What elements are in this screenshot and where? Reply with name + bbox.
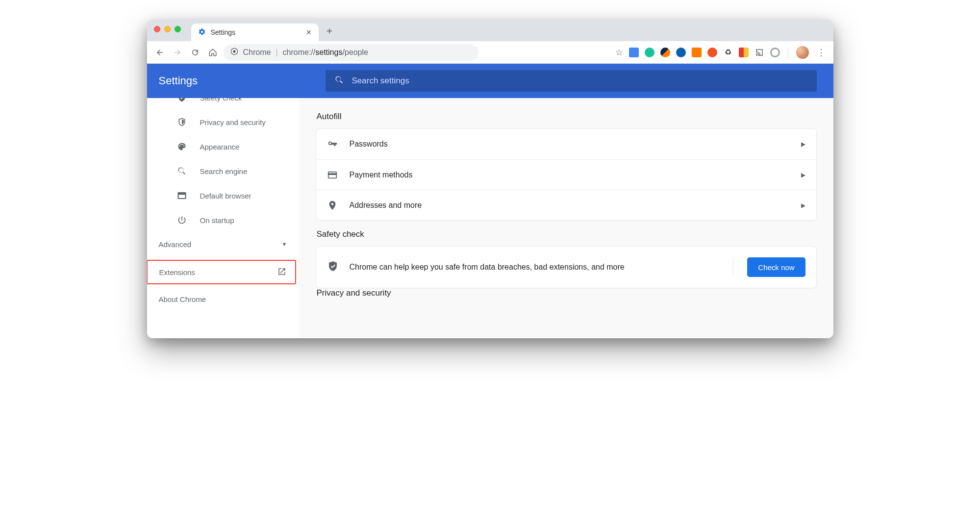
window-controls <box>154 26 181 32</box>
row-payment-methods[interactable]: Payment methods ▶ <box>316 159 816 190</box>
shield-icon <box>176 117 187 127</box>
search-icon <box>176 166 187 176</box>
autofill-card: Passwords ▶ Payment methods ▶ Addresses … <box>316 128 817 221</box>
sidebar-item-default-browser[interactable]: Default browser <box>147 183 299 208</box>
omnibox-separator: | <box>276 48 277 57</box>
ext-amazon-icon[interactable] <box>676 48 686 57</box>
sidebar-item-safety-check[interactable]: Safety check <box>147 98 299 110</box>
ext-cast-icon[interactable] <box>754 48 764 57</box>
sidebar-extensions[interactable]: Extensions <box>147 260 296 284</box>
sidebar-extensions-label: Extensions <box>159 268 195 276</box>
chevron-right-icon: ▶ <box>801 172 805 178</box>
row-passwords[interactable]: Passwords ▶ <box>316 129 816 159</box>
back-button[interactable] <box>153 46 167 59</box>
divider <box>733 257 733 277</box>
sidebar-item-label: Safety check <box>200 98 242 102</box>
svg-point-1 <box>233 50 235 52</box>
open-in-new-icon <box>277 267 286 277</box>
menu-button[interactable]: ⋮ <box>815 47 828 58</box>
settings-body: Safety check Privacy and security Appear… <box>147 98 833 338</box>
browser-tab[interactable]: Settings ✕ <box>191 24 319 41</box>
settings-main: Autofill Passwords ▶ Payment methods ▶ <box>299 98 833 338</box>
sidebar-advanced[interactable]: Advanced ▼ <box>147 232 299 256</box>
maximize-window-icon[interactable] <box>175 26 181 32</box>
omnibox-url: chrome://settings/people <box>283 48 368 57</box>
power-icon <box>176 215 187 225</box>
ext-similarweb-icon[interactable] <box>660 48 670 57</box>
search-icon <box>334 75 344 87</box>
reload-button[interactable] <box>188 46 202 59</box>
ext-grammarly-icon[interactable] <box>645 48 654 57</box>
row-label: Passwords <box>350 140 388 149</box>
ext-translate-icon[interactable] <box>629 48 639 57</box>
sidebar-item-appearance[interactable]: Appearance <box>147 134 299 159</box>
card-icon <box>327 170 338 180</box>
url-scheme: chrome:// <box>283 48 316 56</box>
forward-button[interactable] <box>171 46 184 59</box>
toolbar-right: ☆ ♻ ⋮ <box>615 46 828 59</box>
ext-tomato-icon[interactable] <box>707 48 717 57</box>
palette-icon <box>176 142 187 151</box>
browser-toolbar: Chrome | chrome://settings/people ☆ ♻ <box>147 41 833 64</box>
safety-check-card: Chrome can help keep you safe from data … <box>316 246 817 288</box>
close-window-icon[interactable] <box>154 26 160 32</box>
chrome-icon <box>230 48 238 57</box>
settings-header: Settings <box>147 64 833 98</box>
url-host: settings <box>315 48 342 56</box>
section-privacy-cutoff: Privacy and security <box>316 288 817 297</box>
bookmark-star-icon[interactable]: ☆ <box>615 47 623 58</box>
search-settings-box[interactable] <box>326 70 817 92</box>
section-title-autofill: Autofill <box>317 112 817 122</box>
address-bar[interactable]: Chrome | chrome://settings/people <box>224 44 478 61</box>
settings-title: Settings <box>159 75 311 87</box>
sidebar-item-search-engine[interactable]: Search engine <box>147 159 299 183</box>
ext-bookmark-icon[interactable] <box>739 48 749 57</box>
chevron-right-icon: ▶ <box>801 202 805 209</box>
sidebar-item-label: On startup <box>200 216 234 225</box>
sidebar-item-label: Default browser <box>200 192 251 200</box>
omnibox-label: Chrome <box>243 48 271 57</box>
safety-check-text: Chrome can help keep you safe from data … <box>350 263 722 272</box>
tab-strip: Settings ✕ ＋ <box>147 20 833 41</box>
tab-title: Settings <box>211 28 236 36</box>
row-label: Addresses and more <box>350 201 422 210</box>
gear-icon <box>198 28 206 37</box>
check-now-button[interactable]: Check now <box>747 257 805 277</box>
svg-rect-3 <box>178 193 185 194</box>
minimize-window-icon[interactable] <box>164 26 171 32</box>
url-path: /people <box>342 48 368 56</box>
ext-circle-icon[interactable] <box>770 48 780 57</box>
extensions-icons: ♻ <box>629 48 780 57</box>
row-addresses[interactable]: Addresses and more ▶ <box>316 190 816 220</box>
sidebar-item-label: Search engine <box>200 167 248 175</box>
key-icon <box>327 139 338 150</box>
browser-window: Settings ✕ ＋ Chrome | chrome://settings/… <box>147 20 833 338</box>
sidebar-item-privacy-security[interactable]: Privacy and security <box>147 110 299 134</box>
pin-icon <box>327 200 338 211</box>
section-title-safety: Safety check <box>317 229 817 239</box>
profile-avatar[interactable] <box>796 46 809 59</box>
home-button[interactable] <box>206 46 220 59</box>
toolbar-divider <box>788 47 788 58</box>
browser-icon <box>176 191 187 200</box>
sidebar-about-chrome[interactable]: About Chrome <box>147 288 299 310</box>
new-tab-button[interactable]: ＋ <box>322 24 337 37</box>
shield-check-icon <box>176 98 187 102</box>
sidebar-item-on-startup[interactable]: On startup <box>147 208 299 232</box>
sidebar-item-label: Privacy and security <box>200 118 266 126</box>
shield-check-icon <box>327 260 339 274</box>
chevron-down-icon: ▼ <box>282 241 287 247</box>
sidebar-about-label: About Chrome <box>159 295 206 303</box>
ext-analytics-icon[interactable] <box>692 48 702 57</box>
settings-sidebar: Safety check Privacy and security Appear… <box>147 98 299 338</box>
ext-recycle-icon[interactable]: ♻ <box>723 48 733 57</box>
sidebar-advanced-label: Advanced <box>159 240 192 249</box>
chevron-right-icon: ▶ <box>801 141 805 148</box>
section-title-privacy: Privacy and security <box>317 288 817 297</box>
sidebar-item-label: Appearance <box>200 143 240 151</box>
close-tab-icon[interactable]: ✕ <box>306 28 312 36</box>
row-label: Payment methods <box>350 171 413 179</box>
search-settings-input[interactable] <box>352 76 808 86</box>
